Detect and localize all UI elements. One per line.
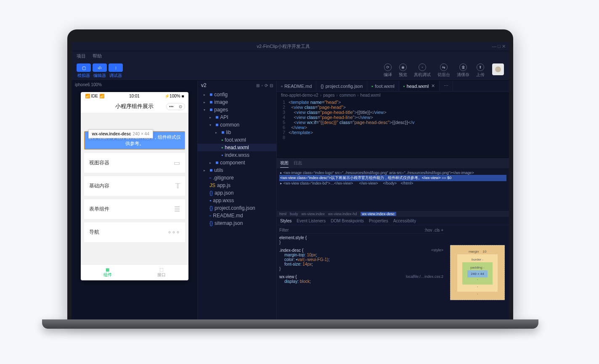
- tab-head-wxml[interactable]: ▪head.wxml✕: [399, 81, 440, 91]
- file-explorer: v2 ⊞ ▫ ⟳ ⊟ ▸■config ▸■image ▾■pages ▸■AP…: [198, 81, 277, 319]
- refresh-icon[interactable]: ⟳: [265, 83, 268, 88]
- api-icon: ⬚: [137, 267, 186, 272]
- file-head-wxml[interactable]: ▪head.wxml: [198, 144, 276, 151]
- folder-component[interactable]: ▸■component: [198, 159, 276, 166]
- code-editor[interactable]: 1<template name="head"> 2 <view class="p…: [277, 99, 509, 158]
- styles-filter[interactable]: Filter: [279, 228, 289, 232]
- debugger-tab-log[interactable]: 日志: [294, 159, 302, 168]
- tab-api[interactable]: ⬚接口: [135, 265, 188, 280]
- action-upload[interactable]: ⬆上传: [473, 63, 488, 78]
- folder-api[interactable]: ▸■API: [198, 113, 276, 121]
- card-view-container[interactable]: 视图容器▭: [84, 153, 185, 173]
- devtab-styles[interactable]: Styles: [280, 219, 292, 223]
- action-compile[interactable]: ⟳编译: [380, 63, 395, 78]
- tab-component[interactable]: ▦组件: [81, 265, 135, 280]
- main-area: iphone6 100% 📶 IDE 📶 10:01 ⚡100% ■ 小程序组件…: [72, 81, 509, 319]
- phone-body: wx-view.index-desc240 × 44 以下将展示小程序官方组件能…: [81, 113, 188, 264]
- inspect-tooltip: wx-view.index-desc240 × 44: [88, 129, 153, 138]
- debugger-mode-tabs: 视图 日志: [277, 158, 509, 169]
- phone-tabbar: ▦组件 ⬚接口: [81, 264, 188, 280]
- folder-utils[interactable]: ▸■utils: [198, 166, 276, 174]
- action-background[interactable]: ⇆切后台: [434, 63, 453, 78]
- file-readme[interactable]: ▫README.md: [198, 212, 276, 219]
- styles-rules[interactable]: Filter:hov .cls + element.style {} <styl…: [277, 225, 446, 319]
- devtab-listeners[interactable]: Event Listeners: [297, 219, 326, 223]
- file-foot-wxml[interactable]: ▪foot.wxml: [198, 136, 276, 144]
- mode-editor[interactable]: ‹/›编辑器: [93, 63, 107, 79]
- action-remote[interactable]: ▫真机调试: [411, 63, 434, 78]
- devtools-tabs: Styles Event Listeners DOM Breakpoints P…: [277, 217, 509, 225]
- folder-common[interactable]: ▾■common: [198, 121, 276, 129]
- tooltip-dimensions: 240 × 44: [133, 132, 149, 136]
- laptop-bezel: v2-FinClip小程序开发工具 — □ ✕ 项目 帮助 ▢模拟器 ‹/›编辑…: [67, 29, 513, 319]
- folder-image[interactable]: ▸■image: [198, 98, 276, 106]
- laptop-frame: v2-FinClip小程序开发工具 — □ ✕ 项目 帮助 ▢模拟器 ‹/›编辑…: [67, 29, 513, 329]
- devtab-breakpoints[interactable]: DOM Breakpoints: [331, 219, 364, 223]
- styles-pane: Filter:hov .cls + element.style {} <styl…: [277, 225, 509, 319]
- file-appjson[interactable]: {}app.json: [198, 189, 276, 197]
- close-icon: ✕: [431, 83, 435, 89]
- box-model: margin 10 border - padding - 240 × 44 - …: [446, 225, 509, 319]
- dom-inspector[interactable]: ▸ <wx-image class="index-logo" src="../r…: [277, 169, 509, 211]
- mode-switcher: ▢模拟器 ‹/›编辑器 ⫶调试器: [77, 63, 123, 79]
- card-nav[interactable]: 导航∘∘∘: [84, 222, 185, 242]
- status-time: 10:01: [129, 94, 140, 98]
- file-index-wxss[interactable]: ▪index.wxss: [198, 151, 276, 159]
- project-name: v2: [201, 82, 254, 88]
- card-basic-content[interactable]: 基础内容𝕋: [84, 176, 185, 196]
- mode-debugger[interactable]: ⫶调试器: [109, 63, 123, 79]
- editor-tabs: ▫README.md {}project.config.json ▪foot.w…: [277, 81, 509, 92]
- file-appjs[interactable]: JSapp.js: [198, 182, 276, 189]
- grid-icon: ▦: [83, 267, 132, 272]
- status-battery: ⚡100% ■: [164, 94, 184, 98]
- dom-selected-node: <wx-view class="index-desc">以下将展示小程序官方组件…: [279, 175, 506, 181]
- tree-header: v2 ⊞ ▫ ⟳ ⊟: [198, 81, 276, 90]
- new-folder-icon[interactable]: ▫: [261, 83, 263, 88]
- file-gitignore[interactable]: ▫.gitignore: [198, 174, 276, 182]
- ide-window: v2-FinClip小程序开发工具 — □ ✕ 项目 帮助 ▢模拟器 ‹/›编辑…: [72, 42, 509, 319]
- tab-project-config[interactable]: {}project.config.json: [316, 81, 367, 91]
- debugger-tab-view[interactable]: 视图: [280, 159, 289, 168]
- phone-navbar: 小程序组件展示 •••⊙: [81, 100, 188, 113]
- file-tree: ▸■config ▸■image ▾■pages ▸■API ▾■common …: [198, 90, 276, 228]
- tab-readme[interactable]: ▫README.md: [277, 81, 316, 91]
- file-project-config[interactable]: {}project.config.json: [198, 204, 276, 212]
- card-icon: ☰: [174, 205, 180, 213]
- toolbar: ▢模拟器 ‹/›编辑器 ⫶调试器 ⟳编译 ◉预览 ▫真机调试 ⇆切后台 🗑清缓存…: [72, 61, 509, 81]
- simulator-device-label[interactable]: iphone6 100%: [72, 81, 197, 89]
- folder-config[interactable]: ▸■config: [198, 91, 276, 98]
- card-form[interactable]: 表单组件☰: [84, 199, 185, 219]
- styles-hov[interactable]: :hov .cls +: [424, 228, 443, 232]
- mode-simulator[interactable]: ▢模拟器: [77, 63, 91, 79]
- tab-overflow[interactable]: ⋯: [440, 81, 453, 91]
- folder-lib[interactable]: ▸■lib: [198, 129, 276, 136]
- action-preview[interactable]: ◉预览: [395, 63, 411, 78]
- devtab-accessibility[interactable]: Accessibility: [393, 219, 416, 223]
- menu-project[interactable]: 项目: [77, 53, 86, 59]
- folder-pages[interactable]: ▾■pages: [198, 106, 276, 113]
- card-icon: ∘∘∘: [167, 228, 180, 236]
- tooltip-element-name: wx-view.index-desc: [92, 132, 131, 136]
- phone-statusbar: 📶 IDE 📶 10:01 ⚡100% ■: [81, 92, 188, 100]
- action-cache[interactable]: 🗑清缓存: [453, 63, 473, 78]
- card-icon: 𝕋: [175, 182, 180, 190]
- status-signal: 📶 IDE 📶: [85, 94, 104, 98]
- editor-breadcrumb[interactable]: fino-applet-demo-v2›pages›common›head.wx…: [277, 92, 509, 99]
- tab-foot-wxml[interactable]: ▪foot.wxml: [367, 81, 399, 91]
- devtab-properties[interactable]: Properties: [369, 219, 388, 223]
- window-titlebar: v2-FinClip小程序开发工具 — □ ✕: [72, 42, 509, 51]
- capsule-close-icon: ⊙: [176, 103, 185, 110]
- user-avatar[interactable]: [492, 63, 504, 75]
- phone-mock: 📶 IDE 📶 10:01 ⚡100% ■ 小程序组件展示 •••⊙ wx-vi…: [81, 92, 188, 280]
- collapse-icon[interactable]: ⊟: [270, 83, 273, 88]
- window-title: v2-FinClip小程序开发工具: [75, 43, 492, 50]
- file-appwxss[interactable]: ▪app.wxss: [198, 197, 276, 204]
- box-content: 240 × 44: [467, 270, 487, 277]
- editor-pane: ▫README.md {}project.config.json ▪foot.w…: [277, 81, 509, 319]
- file-sitemap[interactable]: {}sitemap.json: [198, 219, 276, 227]
- menu-help[interactable]: 帮助: [93, 53, 102, 59]
- new-file-icon[interactable]: ⊞: [256, 83, 260, 88]
- window-controls[interactable]: — □ ✕: [492, 44, 506, 49]
- dom-breadcrumb[interactable]: htmlbodywx-view.indexwx-view.index-hdwx-…: [277, 211, 509, 217]
- capsule-buttons[interactable]: •••⊙: [166, 103, 185, 110]
